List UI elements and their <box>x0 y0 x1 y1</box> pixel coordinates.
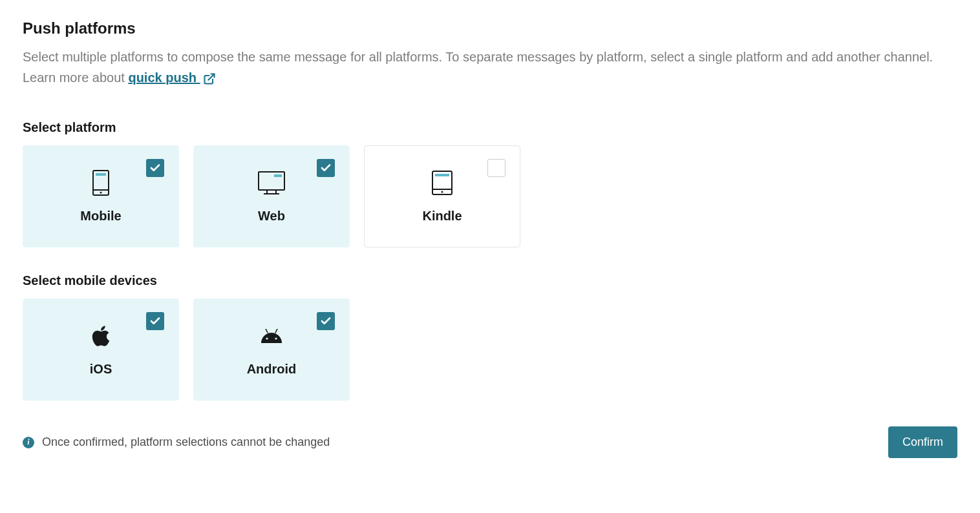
svg-point-4 <box>100 191 102 193</box>
android-icon <box>260 323 283 349</box>
footer-row: i Once confirmed, platform selections ca… <box>23 426 957 458</box>
quick-push-link[interactable]: quick push <box>128 70 215 85</box>
platform-card-label: Kindle <box>422 209 462 224</box>
web-icon <box>257 170 286 196</box>
page-title: Push platforms <box>23 19 957 37</box>
confirm-button[interactable]: Confirm <box>888 426 957 458</box>
info-icon: i <box>23 437 34 448</box>
select-devices-heading: Select mobile devices <box>23 273 957 288</box>
page-description: Select multiple platforms to compose the… <box>23 47 957 88</box>
external-link-icon <box>203 72 216 85</box>
mobile-icon <box>91 170 111 196</box>
platform-card-label: Web <box>258 209 285 224</box>
svg-point-13 <box>442 191 443 193</box>
checkbox-checked-icon <box>146 159 164 177</box>
device-card-label: iOS <box>90 362 112 377</box>
checkbox-checked-icon <box>146 312 164 330</box>
svg-rect-11 <box>435 174 449 176</box>
platform-card-kindle[interactable]: Kindle <box>364 145 520 247</box>
quick-push-link-text: quick push <box>128 70 197 85</box>
device-card-ios[interactable]: iOS <box>23 298 179 401</box>
svg-point-16 <box>266 337 268 339</box>
platform-card-row: Mobile Web Kind <box>23 145 957 247</box>
checkbox-checked-icon <box>317 312 335 330</box>
device-card-android[interactable]: Android <box>193 298 350 401</box>
select-platform-heading: Select platform <box>23 120 957 135</box>
svg-line-0 <box>208 74 214 79</box>
svg-rect-6 <box>274 174 282 177</box>
platform-card-web[interactable]: Web <box>193 145 350 247</box>
svg-line-14 <box>266 329 268 333</box>
svg-point-17 <box>275 337 277 339</box>
note-text: Once confirmed, platform selections cann… <box>42 435 330 449</box>
svg-line-15 <box>275 329 277 333</box>
confirmation-note: i Once confirmed, platform selections ca… <box>23 435 330 449</box>
kindle-icon <box>431 170 453 196</box>
checkbox-checked-icon <box>317 159 335 177</box>
devices-card-row: iOS Android <box>23 298 957 401</box>
device-card-label: Android <box>247 362 297 377</box>
platform-card-mobile[interactable]: Mobile <box>23 145 179 247</box>
apple-icon <box>91 323 111 349</box>
platform-card-label: Mobile <box>80 209 121 224</box>
checkbox-unchecked-icon <box>487 159 506 177</box>
svg-rect-2 <box>96 173 106 176</box>
